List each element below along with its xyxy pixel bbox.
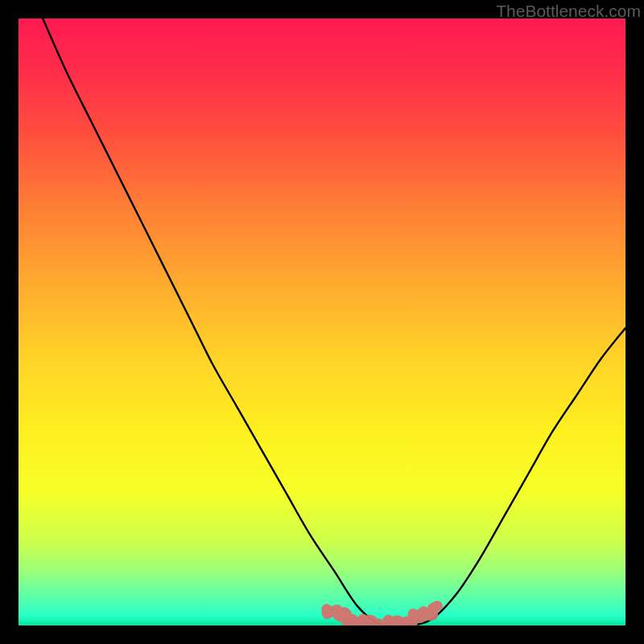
chart-frame [19, 19, 625, 625]
chart-svg [19, 19, 625, 625]
gradient-background [19, 19, 625, 625]
watermark-label: TheBottleneck.com [496, 2, 641, 21]
